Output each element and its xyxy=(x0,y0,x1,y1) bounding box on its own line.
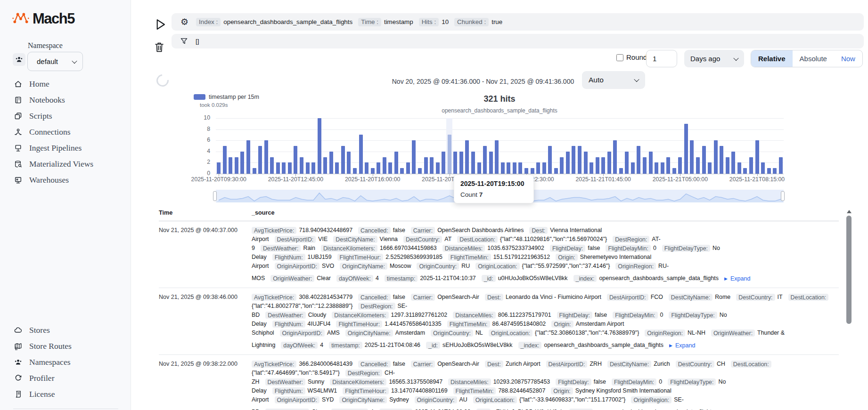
expand-button[interactable]: ▶Expand xyxy=(720,408,746,410)
histogram-bar[interactable] xyxy=(282,162,286,174)
table-row[interactable]: Nov 21, 2025 @ 09:38:46.000AvgTicketPric… xyxy=(159,288,839,355)
histogram-bar[interactable] xyxy=(536,162,540,174)
sidebar-item-home[interactable]: Home xyxy=(0,76,131,92)
histogram-bar[interactable] xyxy=(459,152,463,174)
histogram-bar[interactable] xyxy=(501,162,505,174)
histogram-bar[interactable] xyxy=(643,157,647,174)
histogram-bar[interactable] xyxy=(625,152,629,174)
histogram-bar[interactable] xyxy=(300,157,303,174)
histogram-bar[interactable] xyxy=(311,162,315,174)
histogram-bar[interactable] xyxy=(489,152,493,174)
histogram-bar[interactable] xyxy=(761,162,765,174)
histogram-bar[interactable] xyxy=(377,162,380,174)
histogram-bar[interactable] xyxy=(566,152,570,174)
round-amount-input[interactable] xyxy=(646,50,677,67)
histogram-bar[interactable] xyxy=(596,157,599,174)
histogram-bar[interactable] xyxy=(335,162,339,174)
column-header-source[interactable]: _source xyxy=(252,209,839,216)
expand-button[interactable]: ▶Expand xyxy=(669,341,696,350)
histogram-bar[interactable] xyxy=(726,157,729,174)
histogram-bar[interactable] xyxy=(253,168,256,174)
histogram-bar[interactable] xyxy=(477,162,481,174)
histogram-bar[interactable] xyxy=(666,157,670,174)
histogram-bar[interactable] xyxy=(412,140,416,174)
histogram-bar[interactable] xyxy=(584,152,588,174)
sidebar-item-stores[interactable]: Stores xyxy=(0,322,131,338)
histogram-bar[interactable] xyxy=(708,162,712,174)
table-row[interactable]: Nov 21, 2025 @ 09:38:22.000AvgTicketPric… xyxy=(159,355,839,410)
histogram-bar[interactable] xyxy=(737,162,741,174)
histogram-bar[interactable] xyxy=(353,168,357,174)
query-summary-bar[interactable]: ⚙ Index :opensearch_dashboards_sample_da… xyxy=(172,13,864,31)
histogram-bar[interactable] xyxy=(276,162,280,174)
histogram-bar[interactable] xyxy=(720,146,723,174)
sidebar-item-ingest-pipelines[interactable]: Ingest Pipelines xyxy=(0,140,131,156)
sidebar-item-warehouses[interactable]: Warehouses xyxy=(0,172,131,188)
filter-icon[interactable] xyxy=(180,38,188,45)
histogram-bar[interactable] xyxy=(341,146,345,174)
histogram-bar[interactable] xyxy=(524,168,528,174)
sidebar-item-profiler[interactable]: Profiler xyxy=(0,370,131,386)
filter-bar[interactable]: [] xyxy=(172,34,864,48)
namespace-select[interactable]: default xyxy=(27,52,83,71)
histogram-bar[interactable] xyxy=(696,157,700,174)
histogram-bar[interactable] xyxy=(572,146,575,174)
histogram-bar[interactable] xyxy=(578,146,581,174)
histogram-bar[interactable] xyxy=(400,168,404,174)
histogram-bar[interactable] xyxy=(531,168,534,174)
histogram-bar[interactable] xyxy=(749,157,753,174)
histogram-bar[interactable] xyxy=(371,168,375,174)
histogram-bar[interactable] xyxy=(240,152,244,174)
time-unit-select[interactable]: Days ago xyxy=(684,50,744,67)
clear-query-button[interactable] xyxy=(155,41,164,53)
chart-legend[interactable]: timestamp per 15m xyxy=(194,94,259,100)
histogram-bar[interactable] xyxy=(365,162,368,174)
histogram-bar[interactable] xyxy=(518,162,522,174)
run-query-button[interactable] xyxy=(156,18,165,31)
histogram-bar[interactable] xyxy=(613,140,617,174)
histogram-bar[interactable] xyxy=(773,168,777,174)
histogram-bar[interactable] xyxy=(702,146,706,174)
histogram-bar[interactable] xyxy=(714,140,718,174)
histogram-bar[interactable] xyxy=(542,162,546,174)
histogram-bar[interactable] xyxy=(294,146,297,174)
sidebar-item-connections[interactable]: Connections xyxy=(0,124,131,140)
histogram-bar[interactable] xyxy=(779,157,783,174)
histogram-bar[interactable] xyxy=(684,124,688,174)
histogram-bar[interactable] xyxy=(246,140,250,174)
histogram-bar[interactable] xyxy=(453,152,457,174)
histogram-bar[interactable] xyxy=(465,140,469,174)
sidebar-item-materialized-views[interactable]: Materialized Views xyxy=(0,156,131,172)
histogram-bar[interactable] xyxy=(448,135,451,174)
histogram-bar[interactable] xyxy=(323,157,327,174)
column-header-time[interactable]: Time xyxy=(159,209,252,216)
histogram-bar[interactable] xyxy=(755,140,759,174)
sidebar-item-store-routes[interactable]: Store Routes xyxy=(0,338,131,354)
histogram-bar[interactable] xyxy=(229,157,232,174)
brush-handle-left[interactable] xyxy=(213,191,217,201)
histogram-bar[interactable] xyxy=(264,140,268,174)
histogram-bar[interactable] xyxy=(223,146,227,174)
histogram-bar[interactable] xyxy=(394,152,398,174)
histogram-bar[interactable] xyxy=(601,157,605,174)
histogram-bar[interactable] xyxy=(406,162,410,174)
histogram-bar[interactable] xyxy=(235,157,238,174)
mode-absolute-button[interactable]: Absolute xyxy=(793,50,834,67)
histogram-bar[interactable] xyxy=(743,168,747,174)
histogram-bar[interactable] xyxy=(631,162,635,174)
histogram-bar[interactable] xyxy=(418,168,422,174)
brush-handle-right[interactable] xyxy=(781,191,785,201)
histogram-bar[interactable] xyxy=(329,152,333,174)
histogram-bar[interactable] xyxy=(731,152,735,174)
histogram-bar[interactable] xyxy=(483,146,487,174)
table-row[interactable]: Nov 21, 2025 @ 09:40:37.000AvgTicketPric… xyxy=(159,221,839,288)
histogram-bar[interactable] xyxy=(548,146,552,174)
histogram-bar[interactable] xyxy=(383,157,386,174)
histogram-bar[interactable] xyxy=(619,168,623,174)
histogram-bar[interactable] xyxy=(678,157,682,174)
brand[interactable]: Mach5 xyxy=(12,10,74,27)
interval-select[interactable]: Auto xyxy=(582,71,645,89)
scrollbar-up-arrow[interactable] xyxy=(847,210,852,213)
histogram-bar[interactable] xyxy=(661,162,664,174)
histogram-bar[interactable] xyxy=(560,157,564,174)
